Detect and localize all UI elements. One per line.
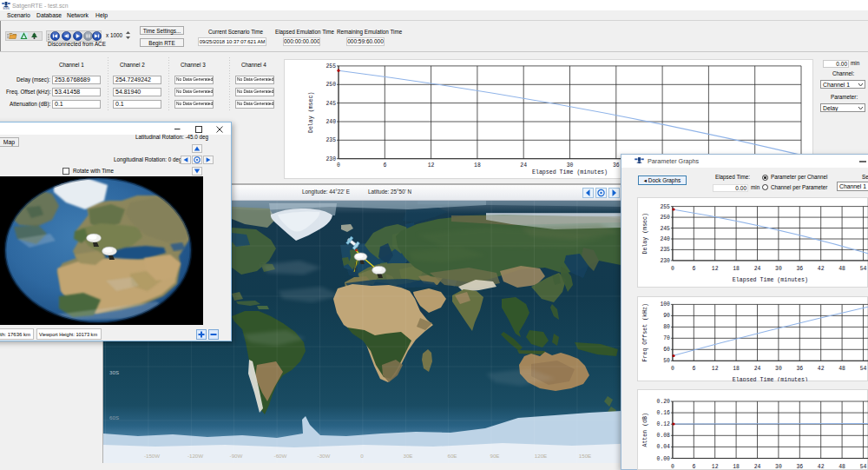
svg-text:36: 36 [613, 162, 620, 169]
svg-text:70: 70 [663, 335, 670, 341]
svg-text:0: 0 [671, 366, 674, 372]
svg-text:48: 48 [838, 366, 845, 372]
svg-text:36: 36 [796, 366, 803, 372]
svg-text:230: 230 [326, 156, 336, 162]
svg-text:255: 255 [326, 63, 336, 70]
svg-text:-60W: -60W [274, 453, 287, 459]
svg-text:30: 30 [775, 464, 782, 470]
svg-text:90E: 90E [490, 453, 499, 459]
svg-text:0: 0 [671, 464, 674, 470]
svg-text:120E: 120E [535, 453, 547, 459]
svg-text:0.04: 0.04 [657, 444, 671, 450]
svg-text:60E: 60E [447, 453, 457, 459]
svg-text:0: 0 [360, 453, 364, 459]
svg-text:Delay (msec): Delay (msec) [308, 92, 314, 133]
svg-text:50: 50 [663, 358, 670, 364]
svg-text:240: 240 [326, 119, 336, 125]
svg-text:18: 18 [474, 162, 481, 169]
svg-text:-150W: -150W [144, 453, 160, 459]
svg-text:0.00: 0.00 [657, 456, 671, 462]
svg-text:12: 12 [712, 366, 719, 372]
svg-text:18: 18 [733, 464, 740, 470]
svg-text:24: 24 [754, 464, 761, 470]
svg-text:255: 255 [660, 204, 670, 210]
svg-text:60: 60 [663, 347, 670, 353]
svg-text:12: 12 [712, 464, 719, 470]
svg-text:-30W: -30W [318, 453, 331, 459]
svg-text:150E: 150E [579, 453, 591, 459]
svg-text:90: 90 [663, 313, 670, 319]
svg-text:12: 12 [428, 162, 435, 169]
svg-text:6: 6 [692, 464, 695, 470]
svg-text:0.16: 0.16 [657, 410, 671, 416]
svg-text:24: 24 [754, 366, 761, 372]
svg-text:6: 6 [383, 162, 386, 169]
svg-text:235: 235 [326, 137, 336, 143]
svg-text:42: 42 [818, 266, 825, 272]
svg-text:48: 48 [838, 464, 845, 470]
svg-text:80: 80 [663, 324, 670, 330]
svg-text:0: 0 [337, 162, 340, 169]
svg-text:24: 24 [754, 266, 761, 272]
svg-text:Atten (dB): Atten (dB) [642, 413, 648, 447]
svg-text:0.08: 0.08 [657, 433, 671, 439]
svg-text:240: 240 [660, 236, 670, 242]
svg-text:250: 250 [326, 82, 336, 88]
svg-text:0.12: 0.12 [657, 421, 671, 427]
svg-text:30E: 30E [403, 453, 412, 459]
svg-text:48: 48 [838, 266, 845, 272]
svg-text:0.20: 0.20 [657, 399, 671, 405]
svg-text:245: 245 [660, 226, 670, 232]
svg-text:-90W: -90W [230, 453, 243, 459]
svg-text:18: 18 [733, 266, 740, 272]
svg-text:42: 42 [818, 464, 825, 470]
svg-text:6: 6 [692, 366, 695, 372]
svg-text:100: 100 [660, 301, 670, 308]
svg-text:30S: 30S [109, 369, 119, 375]
svg-text:24: 24 [520, 162, 527, 169]
svg-text:Freq Offset (kHz): Freq Offset (kHz) [642, 303, 648, 361]
svg-text:18: 18 [733, 366, 740, 372]
svg-text:54: 54 [860, 266, 867, 272]
svg-text:60S: 60S [109, 414, 119, 420]
svg-text:36: 36 [796, 464, 803, 470]
svg-text:245: 245 [326, 101, 336, 107]
svg-text:Elapsed Time (minutes): Elapsed Time (minutes) [733, 277, 808, 283]
svg-text:36: 36 [796, 266, 803, 272]
svg-text:30: 30 [775, 366, 782, 372]
svg-text:42: 42 [818, 366, 825, 372]
svg-text:30: 30 [775, 266, 782, 272]
svg-text:-120W: -120W [187, 453, 203, 459]
svg-text:30: 30 [567, 162, 574, 169]
svg-text:Elapsed Time (minutes): Elapsed Time (minutes) [733, 377, 808, 381]
svg-text:54: 54 [860, 464, 867, 470]
svg-text:6: 6 [692, 266, 695, 272]
svg-text:0: 0 [671, 266, 674, 272]
svg-text:SGN: SGN [3, 7, 10, 10]
svg-text:Delay (msec): Delay (msec) [642, 213, 648, 254]
svg-text:250: 250 [660, 215, 670, 221]
svg-text:235: 235 [660, 247, 670, 253]
svg-text:54: 54 [860, 366, 867, 372]
svg-text:230: 230 [660, 258, 670, 264]
svg-text:12: 12 [712, 266, 719, 272]
svg-text:Elapsed Time (minutes): Elapsed Time (minutes) [532, 169, 608, 175]
